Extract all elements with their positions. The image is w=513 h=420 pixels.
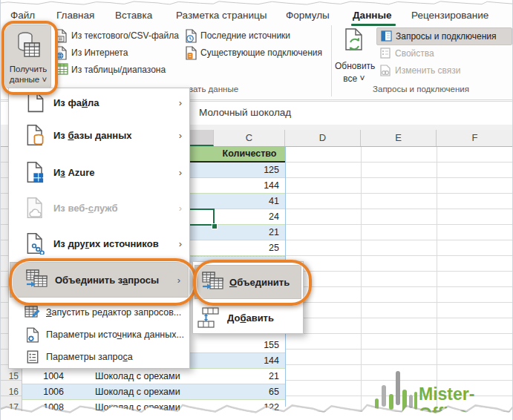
- torn-edge-bottom: [1, 402, 513, 420]
- menu-item-data-source-settings[interactable]: Параметры источника данных...: [9, 324, 189, 345]
- chevron-right-icon: ›: [179, 238, 182, 249]
- ribbon: Файл Главная Вставка Разметка страницы Ф…: [1, 0, 513, 100]
- column-header-e[interactable]: E: [361, 130, 437, 146]
- column-header-c[interactable]: C: [214, 130, 285, 146]
- recent-sources-button[interactable]: Последние источники: [200, 28, 290, 43]
- queries-connections-toggle[interactable]: Запросы и подключения: [376, 27, 512, 45]
- gridline-de: [361, 147, 362, 413]
- annotation-ring-combine-queries: [9, 258, 197, 306]
- column-header-d[interactable]: D: [285, 130, 361, 146]
- torn-edge-top: [1, 0, 513, 7]
- query-options-icon: [21, 350, 45, 364]
- file-azure-icon: [24, 161, 48, 183]
- excel-screenshot: Молочный шоколад C D E F Количество 125 …: [0, 0, 513, 420]
- chevron-right-icon: ›: [179, 203, 182, 214]
- existing-connections-button[interactable]: Существующие подключения: [200, 45, 322, 60]
- refresh-icon: [344, 28, 364, 52]
- get-data-dropdown-menu: Из файла › Из базы данных › Из Azure › И…: [8, 88, 190, 369]
- properties-button[interactable]: Свойства: [376, 46, 511, 61]
- annotation-ring-get-data: [1, 21, 58, 95]
- append-icon: [197, 307, 221, 328]
- tab-page-layout[interactable]: Разметка страницы: [176, 7, 267, 24]
- group-label-get-transform: вать данные: [189, 85, 238, 93]
- tab-home[interactable]: Главная: [56, 7, 94, 24]
- file-database-icon: [24, 124, 48, 146]
- tab-insert[interactable]: Вставка: [115, 7, 152, 24]
- chevron-right-icon: ›: [179, 130, 182, 141]
- edit-links-button[interactable]: Изменить связи: [376, 63, 511, 78]
- file-icon: [24, 92, 48, 113]
- menu-item-from-azure[interactable]: Из Azure ›: [9, 154, 189, 191]
- row-number[interactable]: 15: [1, 369, 22, 384]
- tab-formulas[interactable]: Формулы: [286, 7, 330, 24]
- from-text-csv-button[interactable]: Из текстового/CSV-файла: [71, 28, 179, 43]
- refresh-all-button[interactable]: Обновить все ˅: [335, 26, 373, 87]
- chevron-right-icon: ›: [179, 97, 182, 108]
- table-header-label: Количество: [214, 147, 285, 161]
- table-row[interactable]: 1006 Шоколад с орехами 65: [22, 384, 285, 400]
- column-header-f[interactable]: F: [437, 130, 513, 146]
- menu-item-from-web-services[interactable]: Из веб-служб ›: [9, 191, 189, 225]
- fill-handle[interactable]: [212, 223, 218, 229]
- table-row[interactable]: 1004 Шоколад с орехами 21: [22, 369, 285, 384]
- queries-pane-icon: [381, 30, 392, 42]
- edit-links-icon: [380, 65, 391, 76]
- formula-bar-value: Молочный шоколад: [199, 107, 291, 118]
- menu-item-other-sources[interactable]: Из других источников ›: [9, 225, 189, 262]
- chevron-right-icon: ›: [179, 167, 182, 178]
- submenu-item-append[interactable]: Добавить: [193, 302, 373, 333]
- properties-icon: [380, 47, 391, 59]
- tab-review[interactable]: Рецензирование: [411, 7, 489, 24]
- query-editor-icon: [21, 305, 45, 320]
- file-cloud-icon: [24, 197, 48, 219]
- menu-item-from-database[interactable]: Из базы данных ›: [9, 117, 189, 154]
- existing-connections-icon: [186, 46, 197, 60]
- from-web-button[interactable]: Из Интернета: [71, 45, 128, 60]
- data-source-settings-icon: [21, 327, 45, 343]
- recent-sources-icon: [186, 29, 197, 43]
- file-nodes-icon: [24, 232, 48, 255]
- annotation-ring-merge: [193, 260, 312, 306]
- group-label-queries: Запросы и подключения: [332, 85, 510, 93]
- menu-item-query-options[interactable]: Параметры запроса: [9, 347, 189, 367]
- row-number[interactable]: 16: [1, 384, 22, 400]
- from-table-range-button[interactable]: Из таблицы/диапазона: [71, 62, 166, 77]
- tab-data-active[interactable]: Данные: [353, 7, 391, 24]
